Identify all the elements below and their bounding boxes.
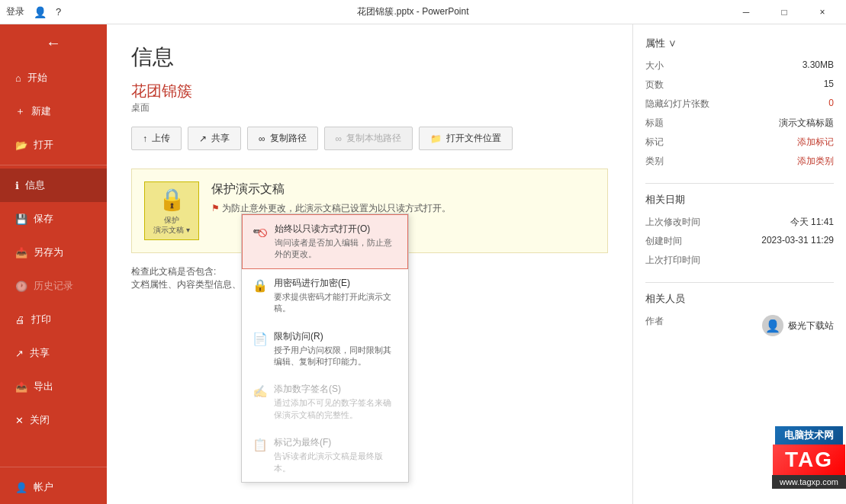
sidebar-item-save[interactable]: 💾 保存	[0, 202, 107, 236]
prop-value-category[interactable]: 添加类别	[797, 155, 834, 168]
dropdown-item-readonly[interactable]: ✏ 🚫 始终以只读方式打开(O) 询问读者是否加入编辑，防止意外的更改。	[242, 214, 408, 269]
saveas-icon: 📥	[15, 247, 27, 258]
sidebar-item-history: 🕐 历史记录	[0, 269, 107, 303]
sidebar-item-saveas-label: 另存为	[34, 246, 63, 259]
sidebar-divider-1	[0, 165, 107, 165]
sidebar-item-new-label: 新建	[31, 104, 51, 118]
dropdown-item-restrict-content: 限制访问(R) 授予用户访问权限，同时限制其编辑、复制和打印能力。	[274, 330, 397, 368]
copy-path-btn[interactable]: ∞ 复制路径	[247, 127, 318, 150]
section-divider-1	[645, 183, 834, 184]
prop-row-author: 作者 👤 极光下载站	[645, 315, 834, 336]
watermark-tag: TAG	[773, 445, 845, 475]
sidebar-item-print[interactable]: 🖨 打印	[0, 303, 107, 336]
prop-row-modified: 上次修改时间 今天 11:41	[645, 216, 834, 229]
sidebar-item-saveas[interactable]: 📥 另存为	[0, 236, 107, 269]
back-icon: ←	[46, 34, 61, 52]
sidebar-item-open-label: 打开	[34, 138, 53, 152]
properties-section-title[interactable]: 属性 ∨	[645, 37, 834, 50]
author-info: 👤 极光下载站	[762, 315, 834, 336]
prop-label-tag: 标记	[645, 136, 664, 149]
encrypt-icon: 🔒	[253, 278, 268, 293]
share-btn-icon: ↗	[199, 133, 207, 144]
sidebar-item-new[interactable]: ＋ 新建	[0, 95, 107, 128]
properties-section: 属性 ∨ 大小 3.30MB 页数 15 隐藏幻灯片张数 0 标题 演示文稿标题…	[645, 37, 834, 168]
sidebar-item-close[interactable]: ✕ 关闭	[0, 403, 107, 437]
prop-label-modified: 上次修改时间	[645, 216, 700, 229]
prop-label-size: 大小	[645, 59, 664, 72]
open-icon: 📂	[15, 140, 27, 151]
window-controls: ─ □ ×	[729, 0, 840, 24]
dropdown-item-restrict[interactable]: 📄 限制访问(R) 授予用户访问权限，同时限制其编辑、复制和打印能力。	[242, 323, 408, 376]
restrict-icon: 📄	[253, 332, 268, 346]
open-location-btn[interactable]: 📁 打开文件位置	[419, 127, 513, 150]
author-name: 极光下载站	[788, 319, 834, 332]
info-icon: ℹ	[15, 180, 19, 191]
people-section: 相关人员 作者 👤 极光下载站	[645, 292, 834, 336]
prop-row-pages: 页数 15	[645, 79, 834, 91]
signature-icon: ✍	[253, 384, 268, 399]
sidebar-item-home[interactable]: ⌂ 开始	[0, 61, 107, 95]
prop-value-pages: 15	[824, 79, 834, 91]
help-btn[interactable]: ?	[56, 6, 61, 18]
sidebar-divider-2	[0, 467, 107, 467]
folder-icon: 📁	[430, 133, 442, 144]
app-body: ← ⌂ 开始 ＋ 新建 📂 打开 ℹ 信息 💾 保存 📥 另存为 🕐 历史	[0, 24, 846, 504]
dropdown-item-encrypt[interactable]: 🔒 用密码进行加密(E) 要求提供密码才能打开此演示文稿。	[242, 269, 408, 323]
copy-local-icon: ∞	[336, 133, 343, 144]
watermark-url: www.tagxp.com	[772, 475, 846, 489]
copy-path-icon: ∞	[259, 133, 265, 144]
prop-label-created: 创建时间	[645, 235, 682, 248]
main-content: 信息 花团锦簇 桌面 ↑ 上传 ↗ 共享 ∞ 复制路径 ∞ 复制本地路径 📁	[107, 24, 632, 504]
prop-row-hidden: 隐藏幻灯片张数 0	[645, 98, 834, 111]
login-btn[interactable]: 登录	[6, 5, 24, 18]
dropdown-item-signature: ✍ 添加数字签名(S) 通过添加不可见的数字签名来确保演示文稿的完整性。	[242, 375, 408, 429]
sidebar-item-info-label: 信息	[25, 178, 45, 192]
protect-title: 保护演示文稿	[211, 181, 595, 197]
history-icon: 🕐	[15, 281, 27, 292]
restore-btn[interactable]: □	[767, 0, 802, 24]
print-icon: 🖨	[15, 314, 25, 326]
export-icon: 📤	[15, 381, 27, 393]
upload-btn[interactable]: ↑ 上传	[131, 127, 182, 150]
sidebar-item-account[interactable]: 👤 帐户	[0, 470, 107, 504]
close-btn[interactable]: ×	[805, 0, 840, 24]
lock-icon: 🔒	[159, 187, 185, 212]
prop-row-created: 创建时间 2023-03-31 11:29	[645, 235, 834, 248]
protect-icon-box[interactable]: 🔒 保护演示文稿 ▾	[144, 181, 199, 240]
minimize-btn[interactable]: ─	[729, 0, 764, 24]
dates-section-title: 相关日期	[645, 193, 834, 207]
dates-section: 相关日期 上次修改时间 今天 11:41 创建时间 2023-03-31 11:…	[645, 193, 834, 267]
dropdown-item-encrypt-content: 用密码进行加密(E) 要求提供密码才能打开此演示文稿。	[274, 277, 397, 315]
sidebar-item-save-label: 保存	[34, 212, 53, 226]
sidebar-item-info[interactable]: ℹ 信息	[0, 169, 107, 202]
user-icon: 👤	[34, 6, 47, 18]
home-icon: ⌂	[15, 72, 21, 84]
prop-value-modified: 今天 11:41	[790, 216, 834, 229]
new-icon: ＋	[15, 104, 25, 118]
sidebar-item-open[interactable]: 📂 打开	[0, 128, 107, 162]
save-icon: 💾	[15, 213, 27, 225]
protect-dropdown-menu: ✏ 🚫 始终以只读方式打开(O) 询问读者是否加入编辑，防止意外的更改。 🔒 用…	[241, 213, 409, 483]
sidebar-item-export[interactable]: 📤 导出	[0, 370, 107, 403]
sidebar-item-share[interactable]: ↗ 共享	[0, 336, 107, 370]
protect-icon-label: 保护演示文稿 ▾	[153, 215, 190, 235]
dropdown-item-signature-content: 添加数字签名(S) 通过添加不可见的数字签名来确保演示文稿的完整性。	[274, 383, 397, 421]
prop-row-printed: 上次打印时间	[645, 254, 834, 267]
sidebar-item-export-label: 导出	[34, 380, 53, 393]
prop-label-pages: 页数	[645, 79, 664, 91]
protect-content: 保护演示文稿 ⚑ 为防止意外更改，此演示文稿已设置为以只读方式打开。	[211, 181, 595, 215]
prop-row-size: 大小 3.30MB	[645, 59, 834, 72]
share-btn[interactable]: ↗ 共享	[188, 127, 241, 150]
dropdown-item-final: 📋 标记为最终(F) 告诉读者此演示文稿是最终版本。	[242, 429, 408, 482]
prop-row-tag: 标记 添加标记	[645, 136, 834, 149]
prop-value-size: 3.30MB	[803, 59, 834, 72]
final-icon: 📋	[253, 438, 268, 452]
prop-value-created: 2023-03-31 11:29	[761, 235, 834, 248]
copy-local-path-btn: ∞ 复制本地路径	[324, 127, 413, 150]
prop-value-tag[interactable]: 添加标记	[797, 136, 834, 149]
sidebar-item-close-label: 关闭	[30, 413, 50, 427]
prop-value-hidden: 0	[828, 98, 834, 111]
prop-label-hidden: 隐藏幻灯片张数	[645, 98, 709, 111]
sidebar-back-btn[interactable]: ←	[0, 24, 107, 61]
prop-label-printed: 上次打印时间	[645, 254, 700, 267]
